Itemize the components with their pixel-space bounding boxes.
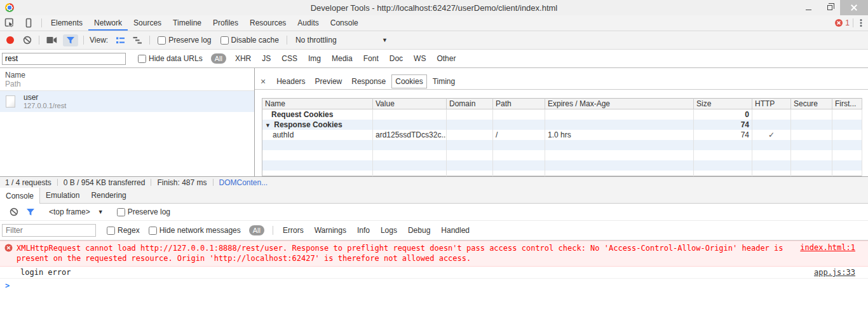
table-row-authid[interactable]: authId ard125ssdTDcs32c... / 1.0 hrs 74 … [262, 130, 862, 140]
col-expires[interactable]: Expires / Max-Age [545, 99, 694, 109]
hide-network-messages-label: Hide network messages [159, 226, 241, 235]
error-count[interactable]: 1 [845, 18, 850, 27]
cookie-group-name: Request Cookies [271, 110, 333, 119]
console-error-message: XMLHttpRequest cannot load http://127.0.… [0, 241, 868, 267]
regex-label: Regex [118, 226, 140, 235]
frame-selector[interactable]: <top frame> [49, 207, 90, 216]
filter-warnings[interactable]: Warnings [315, 226, 346, 235]
cookies-table: Name Value Domain Path Expires / Max-Age… [262, 98, 862, 176]
tab-label: Console [330, 18, 358, 27]
restore-button[interactable] [819, 0, 840, 15]
console-filter-input[interactable] [2, 224, 96, 237]
title-bar: Developer Tools - http://localhost:62427… [0, 0, 868, 15]
tab-elements[interactable]: Elements [45, 15, 88, 31]
filter-xhr[interactable]: XHR [235, 54, 251, 63]
col-secure[interactable]: Secure [791, 99, 832, 109]
device-mode-button[interactable] [19, 15, 38, 31]
console-filter-button[interactable] [22, 208, 39, 216]
capture-screenshots-button[interactable] [43, 36, 61, 44]
tab-label: Console [6, 192, 34, 200]
cookie-expires: 1.0 hrs [545, 130, 694, 140]
clear-icon [23, 36, 32, 45]
col-http[interactable]: HTTP [752, 99, 791, 109]
throttling-select[interactable]: No throttling ▼ [295, 36, 388, 45]
col-name[interactable]: Name [262, 99, 373, 109]
filter-all-pill[interactable]: All [211, 53, 226, 64]
regex-checkbox[interactable] [107, 227, 115, 235]
tab-headers[interactable]: Headers [273, 74, 309, 88]
disable-cache-checkbox[interactable] [220, 36, 229, 45]
col-label: HTTP [755, 99, 775, 108]
tab-emulation[interactable]: Emulation [40, 188, 85, 203]
tab-response[interactable]: Response [348, 74, 390, 88]
filter-handled[interactable]: Handled [441, 226, 470, 235]
tab-profiles[interactable]: Profiles [207, 15, 244, 31]
close-detail-icon[interactable]: × [261, 77, 266, 86]
col-first[interactable]: First... [832, 99, 862, 109]
tab-timeline[interactable]: Timeline [167, 15, 207, 31]
disable-cache-toggle[interactable]: Disable cache [220, 36, 279, 45]
timeline-view-toggle[interactable] [129, 36, 146, 45]
finish-time: Finish: 487 ms [157, 178, 207, 187]
tab-sources[interactable]: Sources [128, 15, 167, 31]
log-source-link[interactable]: app.js:33 [814, 268, 855, 277]
hide-data-urls-toggle[interactable]: Hide data URLs [138, 54, 203, 63]
tab-timing[interactable]: Timing [429, 74, 459, 88]
filter-button[interactable] [63, 34, 78, 46]
tab-network[interactable]: Network [88, 15, 128, 31]
console-preserve-log-checkbox[interactable] [117, 208, 125, 216]
table-row-response-cookies[interactable]: ▼ Response Cookies 74 [262, 120, 862, 130]
inspect-element-button[interactable] [0, 15, 19, 31]
col-size[interactable]: Size [694, 99, 752, 109]
close-icon [850, 4, 858, 11]
tab-preview[interactable]: Preview [311, 74, 346, 88]
hide-network-messages-toggle[interactable]: Hide network messages [149, 226, 241, 235]
tab-rendering[interactable]: Rendering [85, 188, 132, 203]
filter-ws[interactable]: WS [414, 54, 426, 63]
error-source-link[interactable]: index.html:1 [800, 243, 855, 252]
expander-icon[interactable]: ▼ [265, 122, 271, 129]
preserve-log-checkbox[interactable] [158, 36, 166, 45]
col-value[interactable]: Value [373, 99, 447, 109]
record-button[interactable] [6, 36, 14, 44]
filter-doc[interactable]: Doc [390, 54, 403, 63]
error-circle-icon [4, 244, 13, 252]
tab-console-drawer[interactable]: Console [0, 188, 40, 204]
request-row[interactable]: user 127.0.0.1/rest [0, 91, 254, 112]
tab-console[interactable]: Console [325, 15, 364, 31]
console-all-pill[interactable]: All [249, 225, 264, 235]
col-label: First... [835, 99, 856, 108]
filter-other[interactable]: Other [437, 54, 456, 63]
filter-info[interactable]: Info [357, 226, 370, 235]
console-prompt[interactable]: > [0, 279, 868, 293]
close-button[interactable] [840, 0, 868, 15]
tab-cookies[interactable]: Cookies [391, 74, 426, 88]
table-row-request-cookies[interactable]: Request Cookies 0 [262, 109, 862, 120]
clear-requests-button[interactable] [19, 36, 36, 45]
minimize-button[interactable] [798, 0, 819, 15]
filter-img[interactable]: Img [308, 54, 321, 63]
filter-css[interactable]: CSS [281, 54, 297, 63]
error-badge-icon[interactable] [834, 18, 843, 27]
regex-toggle[interactable]: Regex [107, 226, 140, 235]
filter-logs[interactable]: Logs [381, 226, 397, 235]
console-preserve-log-toggle[interactable]: Preserve log [117, 207, 170, 216]
clear-console-button[interactable] [6, 207, 22, 216]
request-list-header[interactable]: Name Path [0, 68, 254, 91]
small-rows-toggle[interactable] [112, 36, 129, 45]
hide-network-messages-checkbox[interactable] [149, 227, 157, 235]
tab-resources[interactable]: Resources [244, 15, 292, 31]
filter-js[interactable]: JS [262, 54, 271, 63]
filter-font[interactable]: Font [363, 54, 379, 63]
col-path[interactable]: Path [493, 99, 545, 109]
filter-media[interactable]: Media [332, 54, 353, 63]
hide-data-urls-checkbox[interactable] [138, 55, 146, 63]
filter-errors[interactable]: Errors [283, 226, 304, 235]
kebab-menu-icon[interactable] [857, 18, 865, 28]
cookie-http-check: ✓ [752, 130, 791, 140]
filter-debug[interactable]: Debug [408, 226, 430, 235]
network-filter-input[interactable] [2, 53, 126, 65]
preserve-log-toggle[interactable]: Preserve log [158, 36, 211, 45]
col-domain[interactable]: Domain [447, 99, 493, 109]
tab-audits[interactable]: Audits [292, 15, 324, 31]
